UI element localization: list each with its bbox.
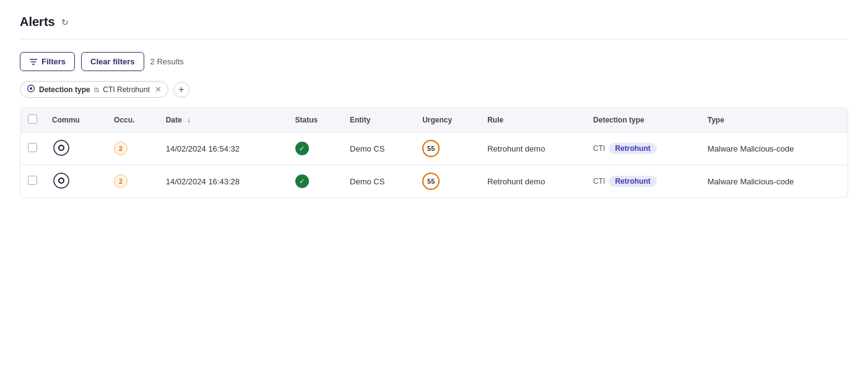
header-type: Type — [700, 108, 848, 132]
select-all-checkbox[interactable] — [28, 114, 37, 124]
header-occu: Occu. — [106, 108, 158, 132]
row-occu: 2 — [106, 165, 158, 198]
row-urgency: 55 — [415, 165, 480, 198]
date-sort-icon: ↓ — [187, 116, 191, 124]
occu-badge: 2 — [114, 174, 128, 188]
filters-button[interactable]: Filters — [20, 52, 75, 71]
row-commu — [45, 132, 106, 165]
toolbar: Filters Clear filters 2 Results — [20, 52, 848, 71]
row-type: Malware Malicious-code — [700, 165, 848, 198]
row-date: 14/02/2024 16:43:28 — [158, 165, 288, 198]
row-checkbox[interactable] — [28, 143, 37, 152]
row-rule: Retrohunt demo — [480, 165, 586, 198]
add-filter-button[interactable]: + — [173, 82, 189, 98]
filter-chip-close[interactable]: ✕ — [155, 85, 162, 94]
retrohunt-badge: Retrohunt — [609, 176, 656, 187]
row-urgency: 55 — [415, 132, 480, 165]
row-rule: Retrohunt demo — [480, 132, 586, 165]
cti-label: CTI — [593, 177, 605, 186]
filter-chip: Detection type is CTI Retrohunt ✕ — [20, 81, 168, 98]
svg-point-7 — [59, 146, 63, 150]
header-entity: Entity — [342, 108, 415, 132]
row-detection-type: CTI Retrohunt — [586, 165, 700, 198]
retrohunt-badge: Retrohunt — [609, 143, 656, 154]
row-occu: 2 — [106, 132, 158, 165]
urgency-badge: 55 — [422, 173, 440, 190]
filters-label: Filters — [41, 57, 66, 66]
svg-point-4 — [30, 87, 32, 90]
row-date: 14/02/2024 16:54:32 — [158, 132, 288, 165]
filter-icon — [29, 58, 38, 66]
table-row[interactable]: 2 14/02/2024 16:54:32 ✓ Demo CS 55 Retro… — [20, 132, 848, 165]
row-checkbox-cell[interactable] — [20, 132, 45, 165]
clear-filters-button[interactable]: Clear filters — [81, 52, 144, 71]
row-checkbox[interactable] — [28, 176, 37, 185]
commu-icon — [52, 171, 71, 190]
commu-icon — [52, 139, 71, 157]
filter-chip-value: CTI Retrohunt — [103, 85, 149, 94]
row-detection-type: CTI Retrohunt — [586, 132, 700, 165]
alerts-table: Commu Occu. Date ↓ Status — [20, 108, 848, 197]
svg-point-10 — [59, 179, 63, 182]
cti-label: CTI — [593, 144, 605, 153]
header-date[interactable]: Date ↓ — [158, 108, 288, 132]
header-rule: Rule — [480, 108, 586, 132]
row-checkbox-cell[interactable] — [20, 165, 45, 198]
row-status: ✓ — [288, 132, 342, 165]
results-count: 2 Results — [150, 57, 184, 66]
header-detection-type: Detection type — [586, 108, 700, 132]
row-commu — [45, 165, 106, 198]
header-status: Status — [288, 108, 342, 132]
filter-row: Detection type is CTI Retrohunt ✕ + — [20, 81, 848, 98]
filter-chip-op: is — [94, 85, 100, 94]
page-title: Alerts — [20, 15, 55, 29]
header-urgency: Urgency — [415, 108, 480, 132]
row-entity: Demo CS — [342, 165, 415, 198]
page-header: Alerts ↻ — [20, 15, 848, 40]
page: Alerts ↻ Filters Clear filters 2 Results… — [0, 0, 868, 386]
table-row[interactable]: 2 14/02/2024 16:43:28 ✓ Demo CS 55 Retro… — [20, 165, 848, 198]
row-entity: Demo CS — [342, 132, 415, 165]
filter-chip-icon — [27, 84, 35, 95]
occu-badge: 2 — [114, 142, 128, 155]
row-status: ✓ — [288, 165, 342, 198]
alerts-table-wrapper: Commu Occu. Date ↓ Status — [20, 108, 848, 198]
row-type: Malware Malicious-code — [700, 132, 848, 165]
table-header-row: Commu Occu. Date ↓ Status — [20, 108, 848, 132]
urgency-badge: 55 — [422, 140, 440, 157]
refresh-icon[interactable]: ↻ — [61, 17, 69, 27]
status-icon-check: ✓ — [295, 142, 309, 155]
filter-chip-key: Detection type — [39, 85, 90, 94]
header-commu: Commu — [45, 108, 106, 132]
status-icon-check: ✓ — [295, 174, 309, 188]
header-select-all[interactable] — [20, 108, 45, 132]
